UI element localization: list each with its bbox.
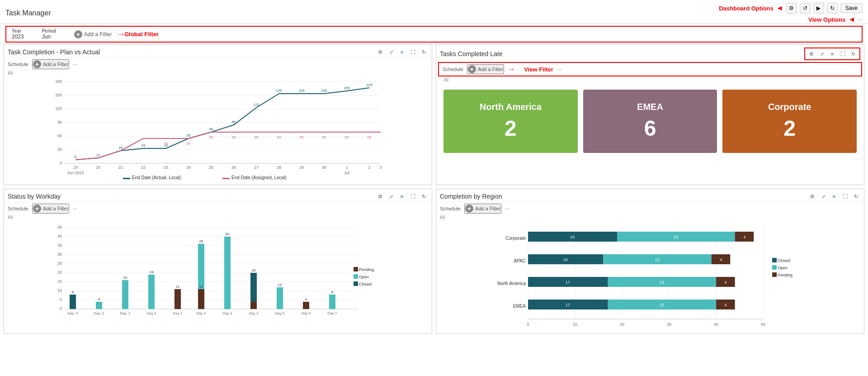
tc-add-filter-label: Add a Filter: [43, 62, 68, 67]
emea-tile-label: EMEA: [637, 102, 663, 112]
sw-add-filter-label: Add a Filter: [43, 206, 68, 211]
undo-icon-btn[interactable]: ↺: [800, 3, 811, 14]
completion-region-content: 0 10 20 30 40 50 Corporate: [436, 220, 864, 333]
completion-region-header: Completion by Region ⚙ ⤢ ≡ ⛶ ↻: [436, 189, 864, 202]
svg-text:10: 10: [57, 288, 62, 293]
sw-expand-icon[interactable]: ⛶: [408, 192, 417, 201]
cr-expand-icon[interactable]: ⛶: [840, 192, 849, 201]
tl-refresh-icon[interactable]: ↻: [849, 49, 858, 58]
cr-settings-icon[interactable]: ⚙: [808, 192, 817, 201]
svg-text:55: 55: [164, 142, 168, 146]
cr-move-icon[interactable]: ⤢: [819, 192, 828, 201]
completion-by-region-panel: Completion by Region ⚙ ⤢ ≡ ⛶ ↻ Schedule …: [436, 189, 864, 334]
svg-text:22: 22: [141, 165, 146, 170]
view-filter-label: View Filter: [524, 66, 553, 73]
svg-text:Day 1: Day 1: [173, 311, 183, 315]
svg-text:19: 19: [73, 165, 78, 170]
task-completion-panel: Task Completion - Plan vs Actual ⚙ ⤢ ≡ ⛶…: [4, 44, 432, 185]
sw-schedule-all: All: [4, 215, 432, 220]
cr-refresh-icon[interactable]: ↻: [851, 192, 860, 201]
refresh-icon-btn[interactable]: ↻: [827, 3, 838, 14]
svg-text:24: 24: [186, 165, 191, 170]
cr-schedule-label: Schedule: [440, 206, 461, 211]
tc-expand-icon[interactable]: ⛶: [408, 48, 417, 57]
svg-text:123: 123: [253, 103, 259, 107]
cr-add-filter-button[interactable]: + Add a Filter: [464, 204, 501, 214]
svg-text:60: 60: [57, 133, 62, 138]
svg-text:11: 11: [199, 285, 203, 289]
tc-list-icon[interactable]: ≡: [397, 48, 406, 57]
tl-list-icon[interactable]: ≡: [828, 49, 837, 58]
tl-add-filter-icon: +: [468, 65, 476, 73]
cr-more-menu[interactable]: ···: [505, 205, 509, 212]
completion-region-chart: 0 10 20 30 40 50 Corporate: [440, 222, 860, 330]
sw-add-filter-button[interactable]: + Add a Filter: [32, 204, 69, 214]
tl-schedule-all: All: [436, 77, 864, 82]
svg-text:25: 25: [57, 261, 62, 266]
tc-more-menu[interactable]: ···: [73, 61, 77, 67]
tl-move-icon[interactable]: ⤢: [817, 49, 826, 58]
svg-text:17: 17: [566, 303, 570, 307]
svg-text:23: 23: [655, 257, 660, 262]
svg-text:Corporate: Corporate: [506, 236, 526, 241]
svg-text:120: 120: [55, 106, 62, 111]
north-america-tile-label: North America: [480, 102, 542, 112]
svg-text:12: 12: [278, 283, 282, 287]
cr-list-icon[interactable]: ≡: [830, 192, 839, 201]
svg-text:Jul: Jul: [344, 171, 349, 175]
svg-text:Day 7: Day 7: [328, 311, 337, 315]
sw-more-menu[interactable]: ···: [73, 205, 77, 212]
year-filter-field: Year 2023: [12, 29, 24, 40]
svg-text:30: 30: [667, 322, 671, 327]
task-completion-header: Task Completion - Plan vs Actual ⚙ ⤢ ≡ ⛶…: [4, 45, 432, 58]
status-workday-tools: ⚙ ⤢ ≡ ⛶ ↻: [376, 192, 428, 201]
svg-text:End Date (Actual, Local): End Date (Actual, Local): [132, 175, 181, 180]
tc-refresh-icon[interactable]: ↻: [419, 48, 428, 57]
sw-add-filter-icon: +: [33, 205, 41, 213]
bar-day7-open: [329, 295, 335, 309]
cr-schedule-all: All: [436, 215, 864, 220]
svg-rect-104: [354, 267, 358, 271]
tc-add-filter-button[interactable]: + Add a Filter: [32, 59, 69, 69]
svg-text:8: 8: [75, 155, 77, 159]
sw-refresh-icon[interactable]: ↻: [419, 192, 428, 201]
svg-text:180: 180: [55, 79, 62, 84]
emea-tile: EMEA 6: [583, 90, 717, 153]
tc-move-icon[interactable]: ⤢: [387, 48, 396, 57]
view-options-menu[interactable]: ···: [858, 16, 863, 23]
cr-add-filter-icon: +: [465, 205, 473, 213]
status-workday-header: Status by Workday ⚙ ⤢ ≡ ⛶ ↻: [4, 189, 432, 202]
bar-day0-open: [148, 275, 155, 309]
svg-text:North America: North America: [497, 281, 526, 286]
svg-text:End Date (Assigned, Local): End Date (Assigned, Local): [231, 175, 287, 180]
play-icon-btn[interactable]: ▶: [813, 3, 824, 14]
task-completion-title: Task Completion - Plan vs Actual: [8, 48, 100, 56]
svg-text:30: 30: [322, 165, 326, 170]
tl-settings-icon[interactable]: ⚙: [807, 49, 816, 58]
bar-day1-pending: [175, 289, 181, 309]
tc-settings-icon[interactable]: ⚙: [376, 48, 385, 57]
settings-icon-btn[interactable]: ⚙: [786, 3, 797, 14]
corporate-tile-value: 2: [783, 116, 796, 141]
svg-text:0: 0: [60, 306, 62, 311]
tl-more-menu[interactable]: ···: [557, 66, 561, 72]
tasks-late-title: Tasks Completed Late: [440, 50, 503, 57]
sw-list-icon[interactable]: ≡: [397, 192, 406, 201]
svg-rect-106: [354, 274, 358, 279]
svg-text:85: 85: [232, 120, 236, 124]
svg-text:Closed: Closed: [778, 258, 790, 263]
svg-rect-58: [222, 178, 230, 179]
svg-text:25: 25: [209, 165, 213, 170]
tl-expand-icon[interactable]: ⛶: [838, 49, 847, 58]
tc-add-filter-icon: +: [33, 60, 41, 68]
svg-text:4: 4: [724, 303, 726, 307]
sw-move-icon[interactable]: ⤢: [387, 192, 396, 201]
global-add-filter-button[interactable]: + Add a Filter: [74, 30, 112, 38]
bar-day6-pending: [303, 302, 309, 309]
view-options-row: View Options ◄ ···: [808, 15, 863, 24]
tl-add-filter-button[interactable]: + Add a Filter: [467, 64, 504, 74]
save-button[interactable]: Save: [840, 3, 863, 13]
sw-settings-icon[interactable]: ⚙: [376, 192, 385, 201]
svg-text:69: 69: [322, 135, 326, 139]
svg-rect-143: [772, 272, 777, 277]
